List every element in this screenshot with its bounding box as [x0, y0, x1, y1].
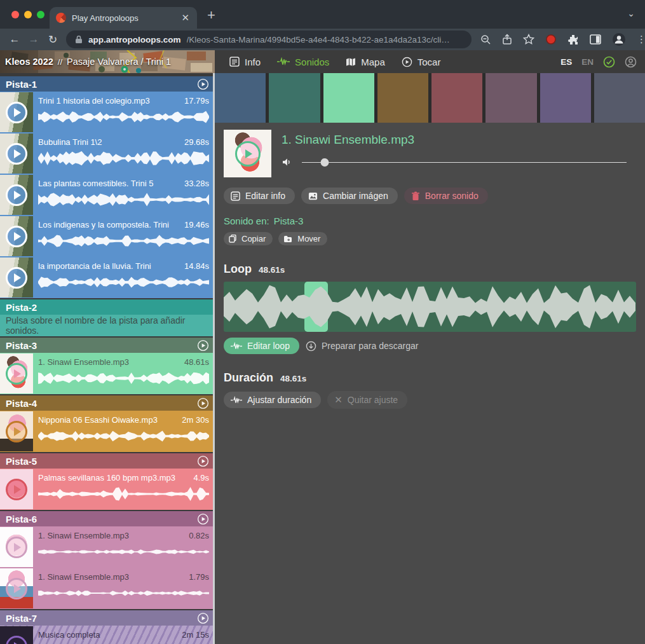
clip-play-button[interactable]: [6, 102, 27, 123]
language-en[interactable]: EN: [581, 57, 594, 67]
clip-item[interactable]: Nipponia 06 Esashi Oiwake.mp32m 30s: [0, 411, 215, 452]
clip-play-button[interactable]: [6, 421, 27, 442]
track-play-button[interactable]: [197, 612, 209, 624]
clip-thumbnail[interactable]: [0, 216, 33, 256]
move-sound-button[interactable]: Mover: [278, 232, 327, 245]
clip-play-button[interactable]: [6, 184, 27, 206]
track-header[interactable]: Pista-7: [0, 610, 215, 626]
clip-play-button[interactable]: [6, 267, 27, 289]
browser-tab[interactable]: Play Antropoloops ✕: [50, 7, 197, 29]
clip-thumbnail[interactable]: [0, 92, 33, 132]
maximize-window-button[interactable]: [37, 11, 44, 18]
status-check-icon[interactable]: [603, 56, 615, 68]
side-panel-icon[interactable]: [590, 34, 601, 45]
clip-item[interactable]: Bubulina Trini 1\229.68s: [0, 133, 215, 174]
clip-item[interactable]: Las plantas comestibles. Trini 533.28s: [0, 174, 215, 216]
edit-loop-button[interactable]: Editar loop: [224, 338, 299, 354]
profile-avatar[interactable]: [612, 32, 626, 46]
minimize-window-button[interactable]: [24, 11, 32, 18]
new-tab-button[interactable]: +: [207, 7, 215, 24]
track-play-button[interactable]: [197, 455, 209, 467]
clip-play-button[interactable]: [6, 537, 27, 558]
back-button[interactable]: ←: [5, 33, 24, 46]
zoom-icon[interactable]: [480, 34, 491, 45]
clip-thumbnail[interactable]: [0, 568, 33, 608]
clip-thumbnail[interactable]: [0, 175, 33, 215]
clip-play-button[interactable]: [6, 479, 27, 500]
language-es[interactable]: ES: [560, 57, 572, 67]
delete-sound-button[interactable]: Borrar sonido: [404, 188, 488, 204]
track-play-button[interactable]: [197, 397, 209, 409]
sidebar-scrollbar[interactable]: [213, 73, 215, 644]
clip-item[interactable]: Trini 1 historia del colegio.mp317.79s: [0, 92, 215, 133]
clip-thumbnail[interactable]: [0, 527, 33, 567]
track-color-swatch[interactable]: [377, 73, 428, 123]
clip-play-button[interactable]: [6, 636, 27, 644]
track-color-swatch[interactable]: [485, 73, 536, 123]
prepare-download-button[interactable]: Preparar para descargar: [306, 341, 419, 352]
track-header[interactable]: Pista-5: [0, 453, 215, 469]
adjust-duration-button[interactable]: Ajustar duración: [224, 392, 321, 408]
tab-search-chevron-icon[interactable]: ⌄: [627, 8, 635, 18]
nav-tab-mapa[interactable]: Mapa: [337, 57, 393, 67]
clip-item[interactable]: 1. Sinawi Ensemble.mp348.61s: [0, 353, 215, 394]
track-play-button[interactable]: [197, 339, 209, 352]
volume-icon[interactable]: [282, 157, 292, 167]
breadcrumb-location[interactable]: Pasaje Valvanera / Trini 1: [67, 57, 171, 67]
clip-play-button[interactable]: [6, 226, 27, 247]
clip-item[interactable]: Palmas sevillanas 160 bpm mp3.mp34.9s: [0, 469, 215, 510]
clip-item[interactable]: 1. Sinawi Ensemble.mp30.82s: [0, 526, 215, 568]
volume-slider-thumb[interactable]: [320, 158, 329, 167]
clip-thumbnail[interactable]: [0, 626, 33, 644]
sound-play-button[interactable]: [235, 141, 261, 167]
record-indicator-icon[interactable]: [545, 34, 557, 45]
sound-in-track-link[interactable]: Pista-3: [274, 216, 304, 226]
breadcrumb-project[interactable]: Kleos 2022: [5, 57, 53, 67]
remove-adjust-button[interactable]: ✕ Quitar ajuste: [327, 391, 407, 409]
track-header[interactable]: Pista-4: [0, 395, 215, 411]
tab-close-icon[interactable]: ✕: [180, 12, 191, 24]
reload-button[interactable]: ↻: [43, 33, 62, 46]
extensions-puzzle-icon[interactable]: [567, 34, 579, 45]
track-header[interactable]: Pista-3: [0, 338, 215, 353]
nav-tab-info[interactable]: Info: [221, 57, 269, 67]
clip-thumbnail[interactable]: [0, 353, 33, 394]
track-color-swatch[interactable]: [269, 73, 320, 123]
clip-item[interactable]: Los indigenas y la compostela. Trini19.4…: [0, 216, 215, 257]
track-header[interactable]: Pista-6: [0, 511, 215, 526]
bookmark-star-icon[interactable]: [523, 34, 534, 45]
clip-thumbnail[interactable]: [0, 469, 33, 509]
map-preview[interactable]: Kleos 2022 // Pasaje Valvanera / Trini 1: [0, 50, 215, 73]
track-color-swatch[interactable]: [540, 73, 591, 123]
track-color-swatch[interactable]: [594, 73, 645, 123]
track-color-swatch[interactable]: [431, 73, 482, 123]
copy-sound-button[interactable]: Copiar: [224, 232, 273, 245]
track-header[interactable]: Pista-2: [0, 299, 215, 315]
track-color-swatch[interactable]: [215, 73, 266, 123]
share-icon[interactable]: [502, 34, 512, 45]
track-color-swatch[interactable]: [323, 73, 374, 123]
track-play-button[interactable]: [197, 513, 209, 525]
clip-thumbnail[interactable]: [0, 411, 33, 451]
volume-slider[interactable]: [302, 158, 627, 167]
clip-play-button[interactable]: [6, 578, 27, 599]
address-bar[interactable]: app.antropoloops.com/Kleos-Santa-Marina/…: [66, 31, 472, 48]
clip-item[interactable]: la importancia de la lluvia. Trini14.84s: [0, 257, 215, 298]
browser-menu-icon[interactable]: ⋮: [637, 34, 645, 45]
track-play-button[interactable]: [197, 78, 209, 90]
edit-info-button[interactable]: Editar info: [224, 188, 295, 204]
sound-thumbnail[interactable]: [224, 130, 271, 177]
clip-play-button[interactable]: [6, 143, 27, 165]
clip-thumbnail[interactable]: [0, 134, 33, 174]
forward-button[interactable]: →: [24, 33, 43, 46]
clip-item[interactable]: Musica completa2m 15s: [0, 626, 215, 644]
clip-item[interactable]: 1. Sinawi Ensemble.mp31.79s: [0, 568, 215, 609]
track-header[interactable]: Pista-1: [0, 76, 215, 92]
nav-tab-tocar[interactable]: Tocar: [393, 57, 449, 67]
close-window-button[interactable]: [11, 11, 19, 18]
account-icon[interactable]: [625, 56, 637, 68]
loop-waveform-box[interactable]: [224, 282, 636, 332]
nav-tab-sonidos[interactable]: Sonidos: [269, 57, 337, 67]
clip-play-button[interactable]: [6, 363, 27, 385]
clip-thumbnail[interactable]: [0, 257, 33, 298]
